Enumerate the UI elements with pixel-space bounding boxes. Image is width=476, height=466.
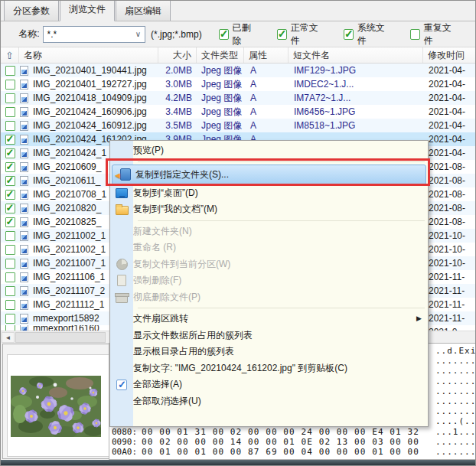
menu-item[interactable]: 显示文件数据所占用的簇列表 [110, 328, 428, 344]
menu-item-icon [110, 185, 133, 202]
filter-checkbox[interactable]: 已删除 [219, 21, 257, 47]
scroll-left-icon[interactable]: ◄ [2, 332, 15, 343]
menu-item[interactable] [110, 218, 428, 223]
row-checkbox[interactable] [5, 204, 15, 213]
file-image-icon [20, 190, 28, 200]
tab-sector-edit[interactable]: 扇区编辑 [116, 0, 171, 21]
preview-image [11, 376, 101, 437]
row-checkbox[interactable] [5, 231, 15, 241]
hex-bytes: 00 00 01 31 00 02 00 00 00 24 00 00 00 E… [142, 427, 435, 437]
menu-item[interactable]: 显示根目录占用的簇列表 [110, 344, 428, 360]
menu-item[interactable]: 复制文件到当前分区(W) [110, 256, 428, 273]
checkbox-icon[interactable] [410, 29, 420, 40]
file-image-icon [20, 314, 28, 324]
file-name: IMG_20210424_160906.jpg [33, 105, 147, 119]
row-checkbox[interactable] [5, 325, 15, 331]
hex-bytes: 00 01 00 01 00 00 87 69 00 04 00 00 00 0… [142, 447, 435, 457]
filter-checkbox[interactable]: 正常文件 [277, 21, 324, 47]
table-row[interactable]: IMG_20210418_104909.jpg 4.2MB Jpeg 图像 A … [1, 91, 476, 105]
hex-ascii: .......... [435, 356, 476, 366]
file-image-icon [20, 107, 28, 117]
row-checkbox[interactable] [5, 148, 15, 158]
menu-item-icon [110, 376, 133, 393]
menu-item[interactable]: 全部取消选择(U) [110, 393, 428, 410]
row-checkbox[interactable] [5, 245, 15, 255]
row-checkbox[interactable] [5, 272, 15, 282]
hex-line: 00A0: 00 01 00 01 00 00 87 69 00 04 00 0… [109, 447, 476, 457]
table-row[interactable]: IMG_20210401_190441.jpg 2.0MB Jpeg 图像 A … [1, 64, 476, 77]
row-checkbox[interactable] [5, 121, 15, 131]
column-header-size[interactable]: 大小 [158, 47, 197, 63]
column-header-sort[interactable]: ⇧ [1, 47, 19, 63]
filter-extensions-hint: (*.jpg;*.bmp) [151, 29, 202, 40]
row-checkbox[interactable] [5, 314, 15, 324]
menu-item[interactable]: 强制删除(F) [110, 272, 428, 289]
filter-checkbox[interactable]: 重复文件 [410, 21, 457, 47]
file-name: IMG_20211002_1 [33, 229, 106, 243]
menu-item[interactable]: 预览(P) [110, 142, 428, 159]
table-row[interactable]: IMG_20210424_160906.jpg 3.4MB Jpeg 图像 A … [1, 105, 476, 119]
menu-item[interactable]: 文件扇区跳转 ▶ [110, 311, 428, 328]
tab-partition-params[interactable]: 分区参数 [4, 0, 59, 21]
hex-offset: 0080: [109, 427, 142, 437]
table-row[interactable]: IMG_20210424_160912.jpg 3.5MB Jpeg 图像 A … [1, 119, 476, 132]
checkbox-icon[interactable] [219, 29, 229, 40]
row-checkbox[interactable] [5, 66, 15, 76]
filter-checkbox[interactable]: 系统文件 [344, 21, 390, 47]
row-checkbox[interactable] [5, 107, 15, 117]
file-size: 3.4MB [158, 105, 197, 119]
row-checkbox[interactable] [5, 162, 15, 172]
checkbox-icon[interactable] [277, 29, 287, 40]
checkbox-icon[interactable] [344, 29, 354, 40]
app-window: 分区参数 浏览文件 扇区编辑 名称: *.* ∨ (*.jpg;*.bmp) 已… [0, 0, 476, 466]
column-header-type[interactable]: 文件类型 [197, 47, 244, 63]
row-checkbox[interactable] [5, 300, 15, 310]
row-checkbox[interactable] [5, 93, 15, 103]
file-image-icon [20, 135, 28, 145]
chevron-down-icon[interactable]: ∨ [132, 30, 145, 38]
column-header-shortname[interactable]: 短文件名 [289, 47, 423, 63]
file-image-icon [20, 286, 28, 296]
menu-item-label: 彻底删除文件(P) [133, 289, 201, 306]
menu-item[interactable]: 新建文件夹(N) [110, 223, 428, 240]
menu-item-icon [110, 305, 133, 311]
row-checkbox[interactable] [5, 135, 15, 145]
file-shortname: IM7A72~1.J... [289, 91, 423, 105]
menu-item[interactable]: 复制文字: "IMG_20210424_161202.jpg" 到剪贴板(C) [110, 360, 428, 377]
menu-item-icon [110, 328, 133, 344]
filter-checkbox-label: 重复文件 [424, 21, 457, 47]
row-checkbox[interactable] [5, 176, 15, 186]
file-attr: A [244, 119, 289, 132]
menu-item[interactable] [110, 305, 428, 311]
file-image-icon [20, 93, 28, 103]
menu-item[interactable]: 全部选择(A) [110, 376, 428, 393]
file-modified: 2021-04- [423, 146, 476, 160]
menu-item[interactable]: 重命名 (R) [110, 240, 428, 256]
menu-item-icon [110, 393, 133, 410]
row-checkbox[interactable] [5, 217, 15, 227]
hex-offset: 0090: [109, 437, 142, 447]
menu-item[interactable]: 彻底删除文件(P) [110, 289, 428, 306]
file-name: IMG_20211007_1 [33, 256, 106, 270]
row-checkbox[interactable] [5, 286, 15, 296]
column-header-modified[interactable]: 修改时间 [423, 47, 476, 63]
name-filter-combobox[interactable]: *.* ∨ [43, 26, 145, 43]
file-modified: 2021-08- [423, 160, 476, 174]
column-header-name[interactable]: 名称 [19, 47, 158, 63]
menu-item-icon [110, 289, 133, 306]
row-checkbox[interactable] [5, 80, 15, 90]
row-checkbox[interactable] [5, 259, 15, 269]
hex-offset: 00A0: [109, 447, 142, 457]
file-modified: 2021-08- [423, 201, 476, 215]
tab-bar: 分区参数 浏览文件 扇区编辑 [1, 1, 476, 21]
scrollbar-thumb[interactable] [15, 332, 106, 343]
hex-ascii: .......... [435, 396, 476, 406]
tab-browse-files[interactable]: 浏览文件 [60, 0, 115, 21]
file-name: IMG_20211112_1 [33, 298, 104, 311]
table-row[interactable]: IMG_20210401_192727.jpg 3.0MB Jpeg 图像 A … [1, 77, 476, 91]
row-checkbox[interactable] [5, 190, 15, 200]
menu-item[interactable]: 复制到“我的文档”(M) [110, 201, 428, 218]
column-header-attr[interactable]: 属性 [244, 47, 289, 63]
menu-item[interactable]: 复制到“桌面”(D) [110, 185, 428, 202]
file-type: Jpeg 图像 [197, 91, 244, 105]
